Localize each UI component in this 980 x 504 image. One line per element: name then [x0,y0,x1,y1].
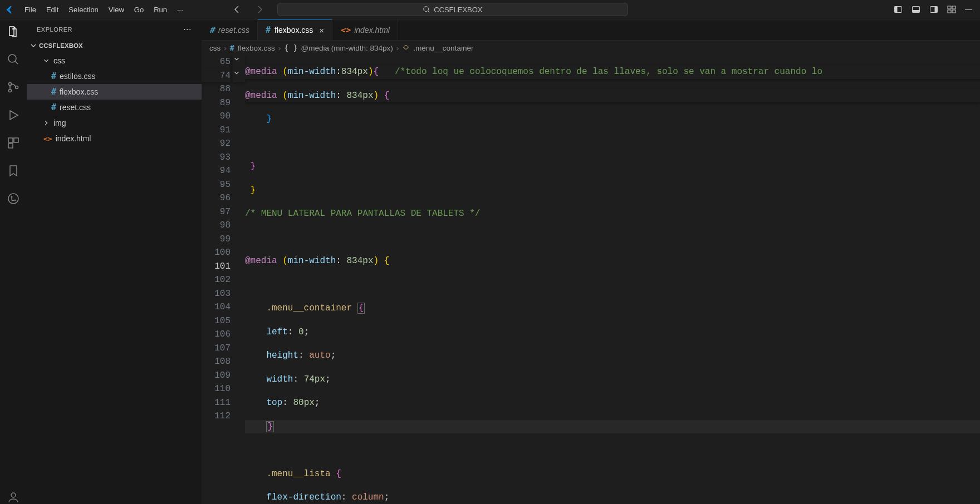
line-number: 101 [214,261,231,271]
project-root[interactable]: CCSFLEXBOX [27,39,202,52]
line-number: 93 [220,152,231,162]
menu-selection[interactable]: Selection [63,3,103,16]
git-graph-icon[interactable] [7,192,20,205]
css-file-icon: # [51,71,56,81]
extensions-icon[interactable] [7,136,20,150]
more-dash-icon[interactable]: — [965,5,972,14]
activitybar [0,19,27,504]
file-index-html[interactable]: <> index.html [27,131,202,146]
explorer-icon[interactable] [7,25,20,38]
chevron-right-icon: › [224,44,227,52]
file-flexbox-css[interactable]: # flexbox.css [27,84,202,100]
line-number: 91 [220,125,231,135]
line-number: 111 [214,398,231,408]
project-name: CCSFLEXBOX [39,42,83,49]
bookmark-icon[interactable] [7,164,20,177]
line-number: 74 [220,71,231,81]
line-number: 108 [214,357,231,367]
svg-point-20 [14,200,16,201]
svg-rect-17 [8,144,13,148]
css-file-icon: # [209,25,214,35]
line-number: 105 [214,316,231,326]
code-editor[interactable]: 65 74 88 89 90 91 92 93 94 95 96 97 98 9… [202,55,980,504]
svg-rect-7 [948,6,951,9]
menu-edit[interactable]: Edit [41,3,63,16]
line-number: 97 [220,207,231,217]
vscode-logo-icon [4,5,14,14]
search-icon[interactable] [7,53,20,66]
html-file-icon: <> [340,25,350,35]
run-debug-icon[interactable] [7,108,20,122]
search-text: CCSFLEXBOX [434,6,482,14]
line-number: 109 [214,370,231,381]
line-number: 104 [214,302,231,312]
css-file-icon: # [51,102,56,112]
svg-rect-16 [14,138,18,142]
svg-point-0 [424,7,429,12]
file-estilos-css[interactable]: # estilos.css [27,68,202,84]
fold-chevron-icon[interactable] [233,55,245,69]
chevron-right-icon: › [396,44,399,52]
svg-rect-8 [952,6,955,9]
code-content[interactable]: @media (min-width:834px){ /*todo loq ue … [245,55,980,504]
line-number: 88 [220,84,231,94]
line-number: 94 [220,166,231,176]
line-number: 90 [220,111,231,121]
menu-run[interactable]: Run [149,3,172,16]
breadcrumb-item[interactable]: flexbox.css [238,44,275,52]
line-number: 99 [220,234,231,244]
svg-point-12 [9,83,12,86]
file-reset-css[interactable]: # reset.css [27,100,202,115]
svg-point-18 [8,194,18,204]
tab-label: index.html [354,26,390,34]
brace-icon: { } [284,43,297,52]
html-file-icon: <> [43,135,52,143]
layout-sidebar-right-icon[interactable] [929,5,938,14]
line-number: 98 [220,220,231,230]
tab-flexbox-css[interactable]: # flexbox.css × [258,19,332,40]
breadcrumb-item[interactable]: .menu__container [413,44,473,52]
nav-back-icon[interactable] [233,5,242,14]
menu-file[interactable]: File [19,3,41,16]
nav-forward-icon[interactable] [255,5,264,14]
menu-view[interactable]: View [104,3,129,16]
breadcrumb-item[interactable]: css [209,44,220,52]
explorer-title: EXPLORER [37,26,72,33]
editor-area: # reset.css # flexbox.css × <> index.htm… [202,19,980,504]
menu-go[interactable]: Go [129,3,149,16]
line-number: 112 [214,411,231,421]
menu-more-icon[interactable]: ··· [172,3,188,16]
folder-css[interactable]: css [27,53,202,68]
command-center-search[interactable]: CCSFLEXBOX [277,3,628,16]
close-icon[interactable]: × [319,26,324,35]
breadcrumb-item[interactable]: @media (min-width: 834px) [301,44,393,52]
folder-img[interactable]: img [27,115,202,131]
layout-customize-icon[interactable] [947,5,956,14]
line-number: 107 [214,343,231,353]
tabbar: # reset.css # flexbox.css × <> index.htm… [202,19,980,41]
selector-icon [402,43,410,53]
tab-label: reset.css [218,26,249,34]
line-number: 65 [220,57,231,67]
account-icon[interactable] [7,491,20,504]
tab-label: flexbox.css [275,26,313,34]
titlebar: File Edit Selection View Go Run ··· CCSF… [0,0,980,19]
line-number: 96 [220,193,231,203]
tab-reset-css[interactable]: # reset.css [202,19,258,40]
css-file-icon: # [230,43,234,52]
tab-index-html[interactable]: <> index.html [332,19,398,40]
file-label: flexbox.css [60,87,98,96]
explorer-more-icon[interactable]: ··· [183,24,192,34]
breadcrumb[interactable]: css › # flexbox.css › { } @media (min-wi… [202,41,980,55]
source-control-icon[interactable] [7,81,20,94]
fold-chevron-icon[interactable] [233,69,245,83]
line-number: 100 [214,248,231,258]
css-file-icon: # [51,87,56,97]
layout-panel-icon[interactable] [912,5,920,14]
line-number: 102 [214,275,231,285]
layout-sidebar-left-icon[interactable] [894,5,903,14]
css-file-icon: # [266,25,271,35]
line-number: 89 [220,98,231,108]
line-number: 110 [214,384,231,394]
svg-rect-15 [8,138,13,142]
